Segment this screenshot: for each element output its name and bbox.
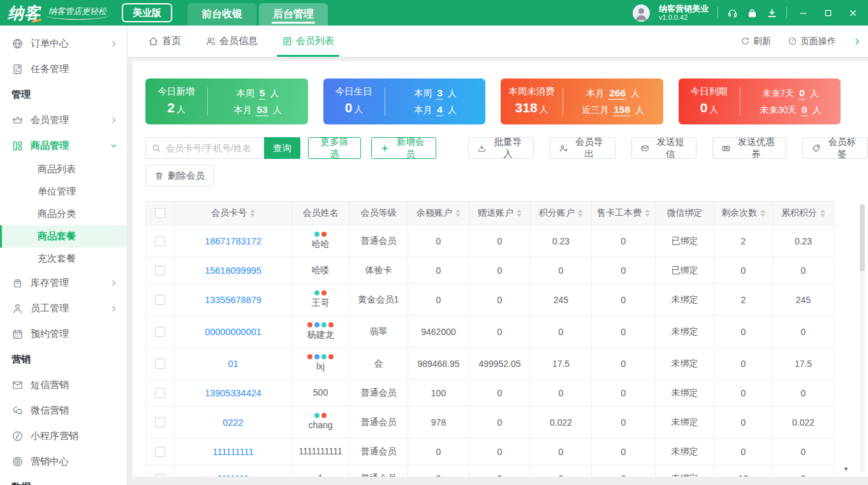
- sidebar-item-member-management[interactable]: 会员管理: [0, 107, 127, 133]
- member-card-link[interactable]: 0222: [223, 417, 243, 428]
- tab-member-list[interactable]: 会员列表: [282, 26, 334, 57]
- scroll-down-icon[interactable]: ▼: [843, 466, 849, 472]
- more-filter-button[interactable]: 更多筛选: [308, 137, 361, 159]
- avatar-person-icon: [633, 4, 650, 22]
- column-header-total_points[interactable]: 累积积分: [773, 202, 834, 225]
- table-scrollbar[interactable]: [860, 204, 865, 472]
- stat-detail-value[interactable]: 158: [613, 104, 631, 116]
- cell-gift: 0: [469, 316, 531, 347]
- column-header-points[interactable]: 积分账户: [531, 202, 592, 225]
- stat-detail-value[interactable]: 4: [436, 104, 443, 116]
- sort-caret-icon[interactable]: [250, 209, 255, 217]
- avatar[interactable]: [633, 4, 650, 22]
- member-tag-button[interactable]: 会员标签: [802, 137, 868, 159]
- cell-points: 0: [531, 380, 592, 406]
- sidebar-item-booking-management[interactable]: 预约管理: [0, 321, 127, 347]
- maximize-button[interactable]: [823, 8, 833, 18]
- chevron-right-icon: [110, 116, 118, 124]
- member-card-link[interactable]: 00000000001: [205, 327, 261, 337]
- sidebar-item-order-center[interactable]: 订单中心: [0, 31, 127, 56]
- cell-remaining: 0: [714, 380, 773, 406]
- delete-member-button[interactable]: 删除会员: [145, 165, 214, 186]
- stat-detail-value[interactable]: 5: [259, 87, 266, 100]
- stat-detail-value[interactable]: 3: [436, 87, 443, 100]
- sidebar-item-product-list[interactable]: 商品列表: [0, 158, 127, 181]
- member-card-link[interactable]: 13905334424: [205, 388, 261, 398]
- sort-caret-icon[interactable]: [455, 209, 460, 217]
- support-icon-button[interactable]: [727, 8, 738, 19]
- select-all-checkbox[interactable]: [155, 208, 165, 218]
- sidebar-item-marketing-center[interactable]: 营销中心: [0, 449, 127, 474]
- member-export-button[interactable]: 会员导出: [550, 137, 615, 159]
- row-checkbox[interactable]: [155, 474, 165, 477]
- send-coupon-button[interactable]: 发送优惠券: [712, 137, 786, 159]
- row-checkbox[interactable]: [155, 236, 165, 246]
- cell-checkbox: [145, 407, 175, 438]
- sidebar-item-product-management[interactable]: 商品管理: [0, 133, 127, 158]
- sort-caret-icon[interactable]: [645, 209, 650, 217]
- sidebar-item-product-category[interactable]: 商品分类: [0, 203, 127, 225]
- sort-caret-icon[interactable]: [760, 209, 765, 217]
- send-sms-button[interactable]: 发送短信: [631, 137, 697, 159]
- member-search-input[interactable]: [145, 137, 264, 159]
- cell-balance: 9462000: [408, 316, 469, 347]
- member-card-link[interactable]: 111111111: [213, 447, 254, 457]
- stat-detail-value[interactable]: 0: [801, 104, 808, 116]
- page-ops-button[interactable]: 页面操作: [788, 36, 836, 47]
- row-checkbox[interactable]: [155, 327, 165, 337]
- member-card-link[interactable]: 01: [228, 359, 238, 369]
- column-header-name: 会员姓名: [292, 202, 349, 225]
- member-name: 1111111111: [298, 445, 342, 457]
- sidebar-item-miniapp-marketing[interactable]: 小程序营销: [0, 423, 127, 449]
- stat-detail-value[interactable]: 266: [608, 87, 626, 100]
- add-member-button[interactable]: 新增会员: [371, 137, 437, 159]
- lock-icon-button[interactable]: [747, 8, 758, 19]
- tab-member-info[interactable]: 会员信息: [205, 26, 258, 57]
- row-checkbox[interactable]: [155, 388, 165, 398]
- column-header-card_fee[interactable]: 售卡工本费: [592, 202, 656, 225]
- member-card-link[interactable]: 18671783172: [205, 236, 261, 246]
- column-header-balance[interactable]: 余额账户: [408, 202, 469, 225]
- column-header-card_no[interactable]: 会员卡号: [175, 202, 292, 225]
- sort-caret-icon[interactable]: [820, 209, 825, 217]
- stat-detail-value[interactable]: 0: [798, 87, 805, 100]
- sidebar-item-unit-management[interactable]: 单位管理: [0, 181, 127, 203]
- member-card-link[interactable]: 13355678879: [205, 295, 261, 305]
- sidebar-section-section-management: 管理: [0, 82, 127, 107]
- tab-home[interactable]: 首页: [148, 26, 181, 57]
- member-card-link[interactable]: 1111111: [217, 474, 249, 477]
- cell-remaining: 0: [714, 407, 773, 438]
- stat-card-title: 今日新增: [145, 85, 207, 98]
- sidebar-item-inventory-management[interactable]: 库存管理: [0, 270, 127, 295]
- row-checkbox[interactable]: [155, 447, 165, 457]
- row-checkbox[interactable]: [155, 265, 165, 276]
- download-icon-button[interactable]: [767, 8, 777, 19]
- column-header-remaining[interactable]: 剩余次数: [714, 202, 773, 225]
- row-checkbox[interactable]: [155, 417, 165, 428]
- batch-import-button[interactable]: 批量导入: [468, 137, 534, 159]
- chevron-right-icon[interactable]: [853, 37, 862, 46]
- stat-detail-value[interactable]: 53: [256, 104, 268, 116]
- sort-caret-icon[interactable]: [578, 209, 583, 217]
- refresh-button[interactable]: 刷新: [740, 36, 771, 47]
- column-header-gift[interactable]: 赠送账户: [469, 202, 531, 225]
- minimize-button[interactable]: [798, 8, 808, 18]
- sidebar-item-sms-marketing[interactable]: 短信营销: [0, 372, 127, 398]
- close-button[interactable]: [848, 8, 858, 18]
- sidebar-item-task-management[interactable]: 任务管理: [0, 56, 127, 82]
- scrollbar-thumb[interactable]: [860, 204, 865, 271]
- mode-tab-1[interactable]: 后台管理: [259, 3, 328, 26]
- edition-button[interactable]: 美业版: [122, 3, 172, 22]
- sidebar-item-wechat-marketing[interactable]: 微信营销: [0, 398, 127, 423]
- sidebar-item-product-package[interactable]: 商品套餐: [0, 225, 127, 248]
- sidebar-item-recharge-package[interactable]: 充次套餐: [0, 248, 127, 270]
- mode-tab-0[interactable]: 前台收银: [188, 3, 256, 26]
- search-submit-button[interactable]: 查询: [264, 137, 300, 159]
- cell-gift: 0: [469, 225, 531, 257]
- stat-card-title: 本周未消费: [501, 85, 563, 98]
- row-checkbox[interactable]: [155, 295, 165, 305]
- member-card-link[interactable]: 15618099995: [205, 265, 261, 276]
- row-checkbox[interactable]: [155, 359, 165, 369]
- sidebar-item-staff-management[interactable]: 员工管理: [0, 295, 127, 321]
- sort-caret-icon[interactable]: [517, 209, 522, 217]
